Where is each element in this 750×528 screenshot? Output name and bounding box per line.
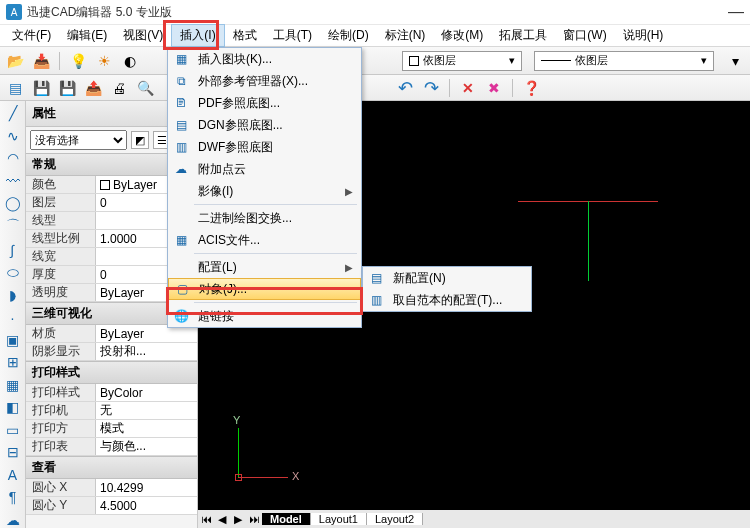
tab-layout2[interactable]: Layout2 [367,513,423,525]
menu-annotate[interactable]: 标注(N) [377,25,434,46]
menu-window[interactable]: 窗口(W) [555,25,614,46]
menu-xref-manager[interactable]: ⧉外部参考管理器(X)... [168,70,361,92]
menu-bar: 文件(F) 编辑(E) 视图(V) 插入(I) 格式 工具(T) 绘制(D) 标… [0,25,750,47]
preview-icon[interactable]: 🔍 [134,77,156,99]
pick-icon[interactable]: ◩ [131,131,149,149]
light-icon[interactable]: 💡 [67,50,89,72]
sun-icon[interactable]: ☀ [93,50,115,72]
ellipse-icon[interactable]: ⬭ [4,264,22,281]
revcloud-icon[interactable]: ☁ [4,512,22,528]
redo-icon[interactable]: ↷ [420,77,442,99]
app-logo-icon: A [6,4,22,20]
menu-draw[interactable]: 绘制(D) [320,25,377,46]
tab-next-icon[interactable]: ▶ [230,513,246,526]
tab-last-icon[interactable]: ⏭ [246,513,262,525]
menu-object[interactable]: ▢对象(J)... [168,278,361,300]
menu-modify[interactable]: 修改(M) [433,25,491,46]
arc-icon[interactable]: ◠ [4,150,22,166]
menu-file[interactable]: 文件(F) [4,25,59,46]
prop-cx-label: 圆心 X [26,479,96,496]
print-icon[interactable]: 🖨 [108,77,130,99]
selection-dropdown[interactable]: 没有选择 [30,130,127,150]
circle-icon[interactable]: ◯ [4,195,22,211]
menu-view[interactable]: 视图(V) [115,25,171,46]
prop-ptable-value[interactable]: 与颜色... [96,438,197,455]
insert-icon[interactable]: ⊞ [4,354,22,370]
exposure-icon[interactable]: ◐ [119,50,141,72]
linetype-dropdown[interactable]: 依图层 ▾ [534,51,714,71]
new-icon[interactable]: ▤ [4,77,26,99]
prop-transparency-label: 透明度 [26,284,96,301]
prop-ptable-label: 打印表 [26,438,96,455]
prop-pmode-value[interactable]: 模式 [96,420,197,437]
menu-help[interactable]: 说明(H) [615,25,672,46]
dgn-icon: ▤ [172,116,190,134]
menu-pdf-underlay[interactable]: 🖹PDF参照底图... [168,92,361,114]
menu-format[interactable]: 格式 [225,25,265,46]
help-icon[interactable]: ❓ [520,77,542,99]
section-plotstyle: 打印样式 [26,361,197,384]
prop-cy-value[interactable]: 4.5000 [96,497,197,514]
menu-edit[interactable]: 编辑(E) [59,25,115,46]
tab-layout1[interactable]: Layout1 [311,513,367,525]
prop-printer-value[interactable]: 无 [96,402,197,419]
export-icon[interactable]: 📤 [82,77,104,99]
minimize-button[interactable]: — [728,3,744,21]
delete-icon[interactable]: ✕ [457,77,479,99]
arc2-icon[interactable]: ⌒ [4,217,22,235]
text-icon[interactable]: A [4,467,22,483]
ellipsearc-icon[interactable]: ◗ [4,287,22,303]
region-icon[interactable]: ▭ [4,422,22,438]
menu-insert-block[interactable]: ▦插入图块(K)... [168,48,361,70]
draw-toolbar: ╱ ∿ ◠ 〰 ◯ ⌒ ∫ ⬭ ◗ · ▣ ⊞ ▦ ◧ ▭ ⊟ A ¶ ☁ [0,101,26,528]
menu-config[interactable]: 配置(L)▶ [168,256,361,278]
line-icon[interactable]: ╱ [4,105,22,121]
block-icon[interactable]: ▣ [4,332,22,348]
menu-dgn-underlay[interactable]: ▤DGN参照底图... [168,114,361,136]
layer-color-dropdown[interactable]: 依图层 ▾ [402,51,522,71]
layer-color-label: 依图层 [423,53,456,68]
menu-insert[interactable]: 插入(I) [171,24,224,47]
layout-tabs: ⏮ ◀ ▶ ⏭ Model Layout1 Layout2 [198,510,750,528]
menu-dwf-underlay[interactable]: ▥DWF参照底图 [168,136,361,158]
menu-acis-file[interactable]: ▦ACIS文件... [168,229,361,251]
template-icon: ▥ [367,291,385,309]
prop-shadow-value[interactable]: 投射和... [96,343,197,360]
prop-layer-label: 图层 [26,194,96,211]
save-icon[interactable]: 💾 [30,77,52,99]
tab-first-icon[interactable]: ⏮ [198,513,214,525]
lineweight-dropdown-icon[interactable]: ▾ [724,50,746,72]
saveall-icon[interactable]: 💾 [56,77,78,99]
hatch-icon[interactable]: ▦ [4,377,22,393]
menu-extend[interactable]: 拓展工具 [491,25,555,46]
menu-image[interactable]: 影像(I)▶ [168,180,361,202]
prop-cx-value[interactable]: 10.4299 [96,479,197,496]
import-icon[interactable]: 📥 [30,50,52,72]
spline-icon[interactable]: ∫ [4,241,22,257]
menu-binary-exchange[interactable]: 二进制绘图交换... [168,207,361,229]
dwf-icon: ▥ [172,138,190,156]
menu-tools[interactable]: 工具(T) [265,25,320,46]
prop-shadow-label: 阴影显示 [26,343,96,360]
table-icon[interactable]: ⊟ [4,444,22,460]
freehand-icon[interactable]: 〰 [4,172,22,188]
menu-pointcloud[interactable]: ☁附加点云 [168,158,361,180]
undo-icon[interactable]: ↶ [394,77,416,99]
submenu-config-from-template[interactable]: ▥取自范本的配置(T)... [363,289,531,311]
open-icon[interactable]: 📂 [4,50,26,72]
submenu-new-config[interactable]: ▤新配置(N) [363,267,531,289]
polyline-icon[interactable]: ∿ [4,127,22,143]
mtext-icon[interactable]: ¶ [4,489,22,505]
cancel-icon[interactable]: ✖ [483,77,505,99]
prop-color-label: 颜色 [26,176,96,193]
prop-pstyle-value[interactable]: ByColor [96,384,197,401]
toolbar-main: 📂 📥 💡 ☀ ◐ 依图层 ▾ 依图层 ▾ ▾ [0,47,750,75]
tab-prev-icon[interactable]: ◀ [214,513,230,526]
crosshair-vertical [588,201,589,281]
acis-icon: ▦ [172,231,190,249]
gradient-icon[interactable]: ◧ [4,399,22,415]
menu-hyperlink[interactable]: 🌐超链接 [168,305,361,327]
submenu-arrow-icon: ▶ [345,262,353,273]
tab-model[interactable]: Model [262,513,311,525]
point-icon[interactable]: · [4,309,22,325]
